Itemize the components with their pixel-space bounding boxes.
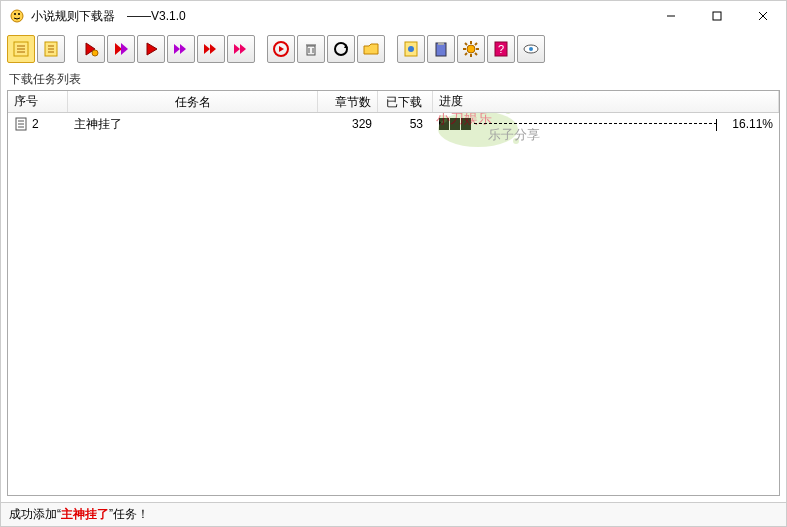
svg-point-38 — [467, 45, 475, 53]
svg-marker-24 — [234, 44, 240, 54]
svg-point-2 — [18, 13, 20, 15]
refresh-icon[interactable] — [327, 35, 355, 63]
status-suffix: ”任务！ — [109, 506, 149, 523]
col-name[interactable]: 任务名 — [68, 91, 318, 112]
row-name: 主神挂了 — [68, 114, 318, 135]
svg-point-35 — [408, 46, 414, 52]
minimize-button[interactable] — [648, 1, 694, 31]
svg-rect-28 — [307, 46, 315, 55]
progress-bar — [439, 118, 717, 130]
svg-text:?: ? — [498, 43, 504, 55]
svg-marker-23 — [210, 44, 216, 54]
svg-marker-20 — [174, 44, 180, 54]
col-index[interactable]: 序号 — [8, 91, 68, 112]
row-index: 2 — [32, 117, 39, 131]
statusbar: 成功添加“ 主神挂了 ”任务！ — [1, 502, 786, 526]
folder-icon[interactable] — [357, 35, 385, 63]
svg-line-44 — [475, 53, 477, 55]
section-label: 下载任务列表 — [1, 67, 786, 90]
doc-icon — [14, 117, 28, 131]
ff-pink-icon[interactable] — [227, 35, 255, 63]
gear-icon[interactable] — [457, 35, 485, 63]
window-title: 小说规则下载器 ——V3.1.0 — [31, 8, 186, 25]
table-header: 序号 任务名 章节数 已下载 进度 — [8, 91, 779, 113]
titlebar: 小说规则下载器 ——V3.1.0 — [1, 1, 786, 31]
doc-icon[interactable] — [37, 35, 65, 63]
svg-point-32 — [335, 43, 347, 55]
svg-line-43 — [465, 43, 467, 45]
svg-line-46 — [475, 43, 477, 45]
app-icon — [9, 8, 25, 24]
svg-point-53 — [513, 138, 519, 144]
toolbar: ? — [1, 31, 786, 67]
status-task: 主神挂了 — [61, 506, 109, 523]
clipboard-icon[interactable] — [427, 35, 455, 63]
task-table: 序号 任务名 章节数 已下载 进度 小刀娱乐 乐子分享 2主神挂了3295316… — [7, 90, 780, 496]
svg-marker-27 — [279, 46, 284, 52]
eye-icon[interactable] — [517, 35, 545, 63]
play-fast-icon[interactable] — [107, 35, 135, 63]
help-icon[interactable]: ? — [487, 35, 515, 63]
trash-icon[interactable] — [297, 35, 325, 63]
svg-line-45 — [465, 53, 467, 55]
svg-point-16 — [92, 50, 98, 56]
ff-purple-icon[interactable] — [167, 35, 195, 63]
row-downloaded: 53 — [378, 115, 433, 133]
status-prefix: 成功添加“ — [9, 506, 61, 523]
note-icon[interactable] — [397, 35, 425, 63]
play-icon[interactable] — [137, 35, 165, 63]
close-button[interactable] — [740, 1, 786, 31]
stop-one-icon[interactable] — [267, 35, 295, 63]
svg-marker-25 — [240, 44, 246, 54]
svg-marker-21 — [180, 44, 186, 54]
col-downloaded[interactable]: 已下载 — [378, 91, 433, 112]
table-body: 小刀娱乐 乐子分享 2主神挂了3295316.11% — [8, 113, 779, 495]
svg-marker-22 — [204, 44, 210, 54]
svg-marker-19 — [147, 43, 157, 55]
svg-marker-18 — [121, 43, 128, 55]
list-icon[interactable] — [7, 35, 35, 63]
svg-point-1 — [14, 13, 16, 15]
row-chapters: 329 — [318, 115, 378, 133]
play-gear-icon[interactable] — [77, 35, 105, 63]
col-chapters[interactable]: 章节数 — [318, 91, 378, 112]
svg-rect-37 — [438, 42, 444, 45]
ff-red-icon[interactable] — [197, 35, 225, 63]
row-percent: 16.11% — [723, 117, 773, 131]
svg-point-50 — [529, 47, 533, 51]
svg-point-0 — [11, 10, 23, 22]
svg-marker-17 — [115, 43, 122, 55]
maximize-button[interactable] — [694, 1, 740, 31]
col-progress[interactable]: 进度 — [433, 91, 779, 112]
svg-rect-4 — [713, 12, 721, 20]
table-row[interactable]: 2主神挂了3295316.11% — [8, 113, 779, 135]
